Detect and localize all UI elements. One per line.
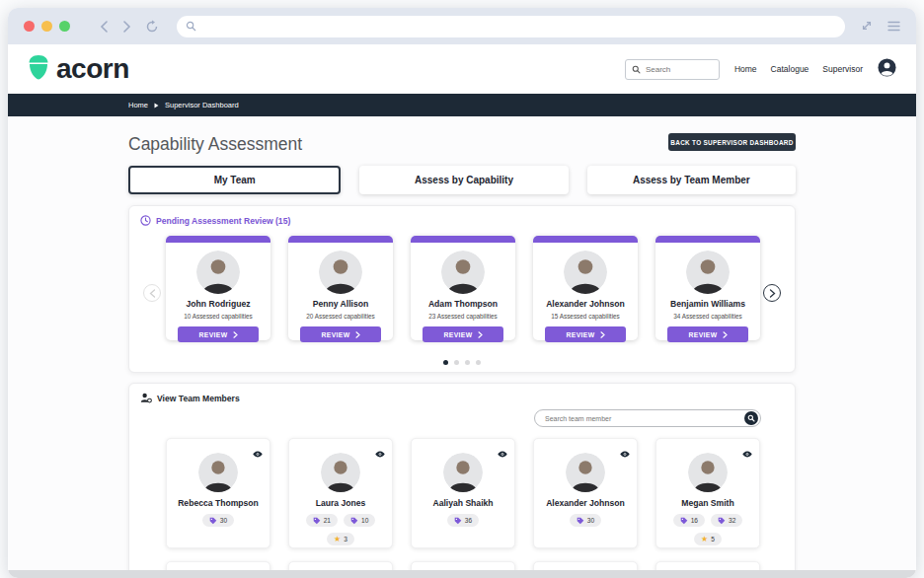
header-nav-catalogue[interactable]: Catalogue — [771, 64, 809, 74]
maximize-window-button[interactable] — [59, 21, 70, 32]
review-button[interactable]: REVIEW — [667, 326, 748, 342]
assessed-capabilities-count: 20 Assessed capabilities — [288, 313, 393, 320]
avatar-photo — [686, 251, 730, 294]
carousel-dots — [129, 360, 795, 365]
view-member-eye-icon[interactable] — [498, 444, 507, 462]
tag-icon — [209, 517, 217, 525]
carousel-dot[interactable] — [443, 360, 448, 365]
avatar-photo — [441, 251, 485, 294]
assessed-capabilities-count: 15 Assessed capabilities — [533, 313, 638, 320]
member-name: Benjamin Williams — [655, 299, 760, 309]
avatar-photo — [198, 453, 238, 492]
header-search-input[interactable] — [646, 65, 713, 74]
tag-icon — [680, 517, 688, 525]
url-search-icon — [186, 18, 196, 36]
card-accent-bar — [166, 236, 270, 243]
capability-count-badge: 16 — [673, 514, 705, 527]
pending-review-card: Adam Thompson23 Assessed capabilitiesREV… — [411, 236, 515, 340]
review-button-label: REVIEW — [198, 331, 227, 338]
tag-icon — [313, 517, 321, 525]
acorn-logo-icon — [28, 54, 49, 84]
expand-window-icon[interactable] — [861, 18, 873, 36]
team-search-box[interactable] — [534, 409, 761, 427]
star-value: 5 — [711, 536, 715, 542]
team-member-card: Rebecca Thompson30 — [166, 438, 270, 548]
team-member-card: Aaliyah Shaikh36 — [411, 438, 515, 548]
review-button[interactable]: REVIEW — [545, 326, 626, 342]
capability-count-badge: 36 — [447, 514, 479, 527]
tab-assess-by-team-member[interactable]: Assess by Team Member — [587, 166, 796, 194]
capability-count-badge: 30 — [570, 514, 601, 527]
header-search-icon — [632, 60, 641, 78]
badge-value: 30 — [220, 517, 227, 524]
carousel-dot[interactable] — [465, 360, 470, 365]
chevron-right-icon — [600, 331, 605, 338]
minimize-window-button[interactable] — [41, 21, 52, 32]
tab-my-team[interactable]: My Team — [128, 166, 341, 194]
star-icon: ★ — [334, 536, 341, 543]
review-button[interactable]: REVIEW — [423, 326, 503, 342]
team-cards-row: Rebecca Thompson30Laura Jones2110★3Aaliy… — [166, 438, 760, 548]
tab-bar: My TeamAssess by CapabilityAssess by Tea… — [128, 166, 796, 194]
browser-reload-icon[interactable] — [145, 20, 159, 34]
member-name: Laura Jones — [289, 498, 392, 508]
acorn-logo[interactable]: acorn — [28, 54, 129, 84]
header-nav-home[interactable]: Home — [734, 64, 757, 74]
carousel-prev-button[interactable] — [143, 284, 161, 302]
member-name: Rebecca Thompson — [167, 498, 270, 508]
breadcrumb-item[interactable]: Home — [128, 101, 148, 109]
tab-assess-by-capability[interactable]: Assess by Capability — [359, 166, 568, 194]
view-team-members-panel: View Team Members Rebecca Thompson30Laur… — [128, 383, 796, 578]
browser-back-icon[interactable] — [100, 21, 109, 33]
page-footer-strip — [8, 570, 916, 578]
tag-icon — [454, 517, 462, 525]
browser-menu-icon[interactable] — [887, 18, 900, 36]
chevron-right-icon — [478, 331, 483, 338]
browser-forward-icon[interactable] — [122, 21, 131, 33]
header-nav-supervisor[interactable]: Supervisor — [822, 64, 863, 74]
clock-icon — [140, 215, 151, 226]
user-avatar-icon[interactable] — [878, 58, 896, 81]
close-window-button[interactable] — [24, 21, 35, 32]
carousel-next-button[interactable] — [763, 284, 781, 302]
breadcrumb: HomeSupervisor Dashboard — [8, 94, 916, 116]
member-name: Penny Allison — [288, 299, 393, 309]
avatar-photo — [566, 453, 605, 492]
star-rating-badge: ★3 — [327, 533, 354, 545]
review-button[interactable]: REVIEW — [300, 326, 381, 342]
view-member-eye-icon[interactable] — [742, 444, 752, 462]
page-content: Capability Assessment BACK TO SUPERVISOR… — [8, 116, 916, 570]
tag-icon — [577, 517, 584, 525]
view-member-eye-icon[interactable] — [375, 444, 385, 462]
pending-review-card: Penny Allison20 Assessed capabilitiesREV… — [288, 236, 393, 340]
team-search-input[interactable] — [545, 415, 744, 422]
capability-count-badge: 30 — [202, 514, 234, 527]
url-input[interactable] — [202, 21, 836, 32]
member-name: Alexander Johnson — [534, 498, 637, 508]
member-name: Aaliyah Shaikh — [412, 498, 514, 508]
url-bar[interactable] — [177, 16, 845, 37]
team-member-card: Alexander Johnson30 — [533, 438, 638, 548]
assessed-capabilities-count: 34 Assessed capabilities — [655, 313, 760, 320]
pending-review-card: Benjamin Williams34 Assessed capabilitie… — [655, 236, 760, 340]
team-search-button[interactable] — [744, 411, 758, 425]
header-search-box[interactable] — [625, 59, 720, 80]
star-rating-badge: ★5 — [694, 533, 722, 545]
team-member-card: Megan Smith1632★5 — [655, 438, 760, 548]
review-button[interactable]: REVIEW — [178, 326, 259, 342]
assessed-capabilities-count: 23 Assessed capabilities — [411, 313, 515, 320]
avatar-photo — [564, 251, 607, 294]
card-accent-bar — [411, 236, 515, 243]
view-member-eye-icon[interactable] — [620, 444, 630, 462]
tag-icon — [350, 517, 358, 525]
breadcrumb-arrow-icon — [154, 103, 159, 108]
view-member-eye-icon[interactable] — [253, 444, 263, 462]
capability-count-badge: 32 — [711, 514, 742, 527]
review-button-label: REVIEW — [566, 331, 594, 338]
carousel-dot[interactable] — [454, 360, 459, 365]
card-accent-bar — [533, 236, 638, 243]
pending-cards-row: John Rodriguez10 Assessed capabilitiesRE… — [166, 236, 760, 340]
back-to-supervisor-dashboard-button[interactable]: BACK TO SUPERVISOR DASHBOARD — [668, 133, 796, 151]
carousel-dot[interactable] — [476, 360, 481, 365]
header-nav: HomeCatalogueSupervisor — [734, 64, 863, 74]
